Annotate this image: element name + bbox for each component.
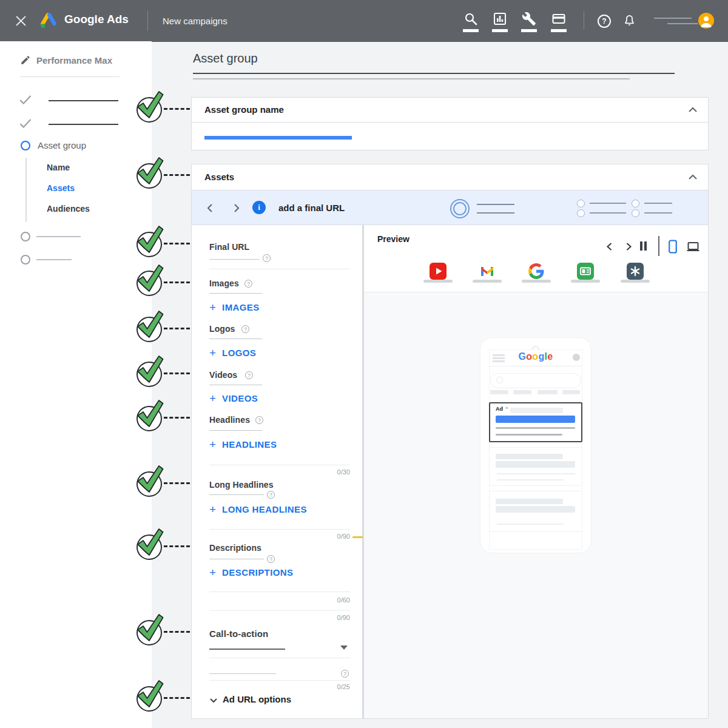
add-images-button[interactable]: + IMAGES: [209, 302, 260, 312]
descriptions-input[interactable]: [209, 559, 264, 559]
sidebar-item-name[interactable]: Name: [47, 163, 70, 172]
reports-underline: [492, 29, 508, 32]
add-long-headlines-button[interactable]: + LONG HEADLINES: [209, 504, 307, 514]
next-step-radio[interactable]: [21, 232, 30, 241]
notifications-bell-icon[interactable]: [622, 13, 636, 28]
add-descriptions-button[interactable]: + DESCRIPTIONS: [209, 567, 293, 578]
google-ads-campaign-builder: Google Ads New campaigns ? Performanc: [0, 0, 728, 728]
topbar-page-title: New campaigns: [163, 16, 228, 26]
asset-group-step-radio[interactable]: [21, 141, 30, 150]
phone-search-bar: [490, 373, 581, 388]
headlines-help-icon[interactable]: ?: [255, 416, 263, 424]
youtube-icon[interactable]: [430, 263, 447, 280]
phone-ad-badge-mark: +: [505, 405, 508, 411]
long-headlines-input[interactable]: [209, 494, 264, 495]
section-divider: [209, 592, 350, 592]
mobile-device-icon[interactable]: [668, 240, 678, 254]
collapse-chevron-icon[interactable]: [688, 174, 698, 180]
annotation-dashed-line: [164, 631, 190, 633]
phone-google-logo: Google: [507, 351, 564, 362]
desktop-device-icon[interactable]: [686, 241, 701, 252]
annotation-checkmark: [136, 620, 162, 645]
green-check-icon: [135, 263, 164, 293]
expand-chevron-icon[interactable]: [209, 698, 218, 703]
asset-group-name-input-value[interactable]: [204, 136, 352, 140]
phone-ad-badge: Ad: [496, 406, 503, 412]
plus-icon: +: [209, 440, 216, 449]
add-headlines-button[interactable]: + HEADLINES: [209, 439, 277, 450]
name-card-header-divider: [192, 122, 708, 123]
avatar[interactable]: [698, 13, 714, 29]
banner-prev-chevron-icon[interactable]: [206, 203, 214, 213]
phone-ad-description-line: [496, 427, 575, 429]
channel-label-placeholder: [621, 280, 650, 283]
annotation-checkmark: [136, 362, 162, 387]
images-input[interactable]: [209, 293, 262, 294]
preview-pause-icon[interactable]: [640, 241, 647, 251]
annotation-checkmark: [136, 163, 162, 189]
annotation-checkmark: [136, 271, 162, 296]
collapse-chevron-icon[interactable]: [688, 107, 698, 113]
gmail-icon[interactable]: [479, 263, 496, 280]
reports-icon[interactable]: [493, 12, 507, 26]
videos-label: Videos: [209, 370, 237, 380]
step-2-placeholder[interactable]: [49, 124, 118, 125]
business-name-help-icon[interactable]: ?: [341, 670, 349, 678]
phone-result-placeholder: [496, 461, 575, 468]
preview-prev-chevron-icon[interactable]: [606, 242, 613, 251]
step-1-placeholder[interactable]: [49, 100, 118, 101]
last-step-placeholder[interactable]: [36, 259, 72, 260]
tools-wrench-icon[interactable]: [522, 12, 536, 26]
descriptions-help-icon[interactable]: ?: [267, 555, 275, 563]
long-headlines-help-icon[interactable]: ?: [267, 491, 275, 499]
billing-icon[interactable]: [551, 12, 566, 26]
final-url-input[interactable]: [209, 259, 260, 260]
logo-letter: G: [519, 351, 527, 362]
last-step-radio[interactable]: [21, 255, 30, 265]
sidebar-item-asset-group[interactable]: Asset group: [38, 140, 86, 150]
headlines-counter: 0/30: [326, 468, 350, 476]
headlines-input[interactable]: [209, 430, 262, 431]
logos-input[interactable]: [209, 339, 262, 339]
display-asterisk-icon[interactable]: [627, 263, 644, 280]
banner-option-line: [590, 212, 626, 214]
green-check-icon: [135, 398, 164, 428]
final-url-help-icon[interactable]: ?: [263, 254, 271, 262]
banner-next-chevron-icon[interactable]: [233, 203, 240, 213]
preview-next-chevron-icon[interactable]: [625, 242, 632, 251]
videos-input[interactable]: [209, 385, 262, 385]
logo-letter: g: [538, 351, 544, 362]
descriptions-label: Descriptions: [209, 543, 261, 553]
call-to-action-select[interactable]: [209, 649, 285, 650]
annotation-checkmark: [136, 406, 162, 431]
section-divider: [209, 680, 350, 681]
close-icon[interactable]: [15, 15, 27, 27]
next-step-placeholder[interactable]: [36, 236, 81, 237]
logo-letter: o: [526, 351, 532, 362]
section-divider: [209, 529, 350, 530]
discover-feed-icon[interactable]: [577, 263, 594, 280]
cta-counter: 0/25: [326, 683, 350, 690]
phone-tab-placeholder: [513, 390, 531, 394]
logos-help-icon[interactable]: ?: [241, 325, 249, 333]
section-divider: [209, 465, 350, 465]
preview-controls-divider: [658, 236, 659, 256]
banner-option-bullet: [577, 209, 585, 217]
banner-target-ring: [450, 199, 470, 218]
help-icon[interactable]: ?: [598, 15, 611, 28]
add-videos-button[interactable]: + VIDEOS: [209, 393, 258, 403]
videos-help-icon[interactable]: ?: [245, 371, 253, 379]
google-ads-logo: [39, 11, 58, 30]
business-name-input[interactable]: [209, 673, 276, 674]
ad-url-options-toggle[interactable]: Ad URL options: [223, 694, 291, 704]
search-icon[interactable]: [463, 12, 478, 26]
select-caret-icon[interactable]: [340, 645, 348, 650]
sidebar-item-audiences[interactable]: Audiences: [47, 204, 90, 214]
phone-ad-description-line: [496, 434, 562, 436]
scroll-position-marker: [352, 536, 363, 538]
google-search-icon[interactable]: [528, 263, 545, 280]
sidebar-item-assets[interactable]: Assets: [47, 183, 75, 193]
add-logos-button[interactable]: + LOGOS: [209, 348, 256, 358]
images-help-icon[interactable]: ?: [244, 280, 252, 288]
banner-text-line: [477, 204, 514, 205]
